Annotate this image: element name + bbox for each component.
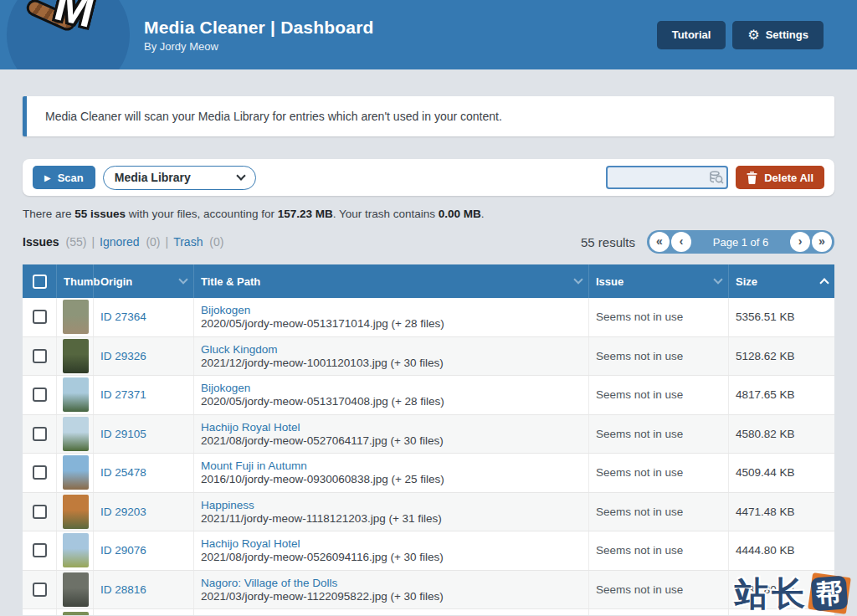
origin-cell: ID 25478 xyxy=(94,454,194,492)
delete-all-label: Delete All xyxy=(764,172,813,184)
header-cell-origin[interactable]: Origin xyxy=(94,264,194,298)
row-checkbox[interactable] xyxy=(33,543,47,557)
table-row: ID 29105 Hachijo Royal Hotel 2021/08/jor… xyxy=(23,415,834,454)
origin-link[interactable]: ID 29326 xyxy=(100,350,146,362)
file-path: 2021/08/jordy-meow-0527064117.jpg (+ 30 … xyxy=(201,434,444,447)
issue-cell: Seems not in use xyxy=(589,531,729,570)
origin-cell: ID 27364 xyxy=(94,298,194,336)
thumbnail-image[interactable] xyxy=(63,455,89,490)
title-link[interactable]: Mount Fuji in Autumn xyxy=(201,459,307,472)
play-icon: ▶ xyxy=(44,173,51,182)
thumbnail-image[interactable] xyxy=(63,300,89,334)
delete-all-button[interactable]: Delete All xyxy=(736,166,824,189)
issue-label: Seems not in use xyxy=(596,544,683,557)
settings-button[interactable]: ⚙ Settings xyxy=(732,21,824,49)
size-cell: 5128.62 KB xyxy=(729,337,834,376)
sort-chevron-icon xyxy=(819,278,829,287)
row-select-cell xyxy=(23,298,57,336)
scan-button[interactable]: ▶ Scan xyxy=(33,166,95,189)
origin-link[interactable]: ID 29076 xyxy=(100,544,146,557)
origin-link[interactable]: ID 29203 xyxy=(100,506,146,518)
source-select[interactable]: Media Library xyxy=(103,166,256,190)
row-checkbox[interactable] xyxy=(33,349,47,363)
table-row: ID 28816 Nagoro: Village of the Dolls 20… xyxy=(23,571,834,610)
stats-summary: There are 55 issues with your files, acc… xyxy=(23,208,834,220)
title-link[interactable]: Gluck Kingdom xyxy=(201,343,278,356)
title-path-cell: Hachijo Royal Hotel 2021/08/jordy-meow-0… xyxy=(194,415,589,454)
issue-label: Seems not in use xyxy=(596,428,683,440)
thumb-cell xyxy=(57,415,94,454)
header-cell-thumb[interactable]: Thumb xyxy=(57,264,94,298)
thumbnail-image[interactable] xyxy=(63,533,89,567)
sort-chevron-icon xyxy=(178,275,187,284)
thumbnail-image[interactable] xyxy=(63,612,89,615)
thumb-cell xyxy=(57,531,94,570)
origin-link[interactable]: ID 27371 xyxy=(100,388,146,401)
origin-link[interactable]: ID 29105 xyxy=(100,428,146,440)
issue-cell: Seems not in use xyxy=(589,298,729,336)
file-path: 2021/03/jordy-meow-1122095822.jpg (+ 30 … xyxy=(201,590,444,603)
header-cell-title-path[interactable]: Title & Path xyxy=(194,264,589,298)
app-header: M Media Cleaner | Dashboard By Jordy Meo… xyxy=(0,0,857,69)
title-link[interactable]: Bijokogen xyxy=(201,304,250,316)
row-checkbox[interactable] xyxy=(33,465,47,480)
thumb-cell xyxy=(57,337,94,376)
prev-page-button[interactable]: ‹ xyxy=(671,232,691,252)
thumbnail-image[interactable] xyxy=(63,417,89,451)
issue-cell xyxy=(589,609,729,615)
size-value: 4444.80 KB xyxy=(736,544,795,557)
size-value: 4471.48 KB xyxy=(736,506,795,518)
tab-trash[interactable]: Trash (0) xyxy=(173,235,223,249)
row-checkbox[interactable] xyxy=(33,310,47,324)
select-all-checkbox[interactable] xyxy=(33,275,47,289)
origin-cell: ID 29203 xyxy=(94,493,194,531)
row-checkbox[interactable] xyxy=(33,427,47,441)
row-checkbox[interactable] xyxy=(33,583,47,597)
stats-segment: 0.00 MB xyxy=(439,208,481,220)
issue-cell: Seems not in use xyxy=(589,571,729,609)
header-cell-issue[interactable]: Issue xyxy=(589,264,729,298)
last-page-button[interactable]: » xyxy=(812,232,832,252)
title-link[interactable]: Hachijo Royal Hotel xyxy=(201,537,300,550)
thumbnail-image[interactable] xyxy=(63,339,89,373)
origin-link[interactable]: ID 28816 xyxy=(100,583,146,596)
row-select-cell xyxy=(23,337,57,376)
tab-label: Ignored xyxy=(100,235,139,249)
file-path: 2020/05/jordy-meow-0513170408.jpg (+ 28 … xyxy=(201,395,444,408)
size-cell: 4580.82 KB xyxy=(729,415,834,454)
tab-separator: | xyxy=(91,235,95,249)
row-checkbox[interactable] xyxy=(33,388,47,402)
origin-cell: ID 29326 xyxy=(94,337,194,376)
origin-link[interactable]: ID 27364 xyxy=(100,311,146,323)
thumbnail-image[interactable] xyxy=(63,495,89,529)
thumbnail-image[interactable] xyxy=(63,377,89,412)
origin-link[interactable]: ID 25478 xyxy=(100,466,146,479)
tab-label: Trash xyxy=(173,235,203,249)
title-link[interactable]: Hachijo Royal Hotel xyxy=(201,421,300,434)
tab-issues[interactable]: Issues (55) xyxy=(23,235,86,249)
size-value: 4580.82 KB xyxy=(736,428,795,440)
row-checkbox[interactable] xyxy=(33,505,47,519)
column-label: Origin xyxy=(100,275,180,288)
first-page-button[interactable]: « xyxy=(649,232,670,252)
header-cell-size[interactable]: Size xyxy=(729,264,834,298)
tutorial-button[interactable]: Tutorial xyxy=(657,21,726,49)
size-value: 5356.51 KB xyxy=(736,311,795,323)
size-value: 4432.80 KB xyxy=(736,583,795,596)
title-link[interactable]: Bijokogen xyxy=(201,382,250,394)
plugin-logo: M xyxy=(7,0,130,69)
issue-cell: Seems not in use xyxy=(589,337,729,376)
tab-ignored[interactable]: Ignored (0) xyxy=(100,235,160,249)
origin-cell: ID 29076 xyxy=(94,531,194,570)
title-path-cell: Nagoro: Village of the Dolls 2021/03/jor… xyxy=(194,571,589,609)
tab-count: (0) xyxy=(143,235,161,249)
stats-segment: . Your trash contains xyxy=(333,208,439,220)
tabs: Issues (55) | Ignored (0) | Trash (0) xyxy=(23,235,223,249)
size-cell: 4444.80 KB xyxy=(729,531,834,570)
thumbnail-image[interactable] xyxy=(63,572,89,607)
title-link[interactable]: Nagoro: Village of the Dolls xyxy=(201,577,337,589)
file-path: 2021/11/jordy-meow-1118121203.jpg (+ 31 … xyxy=(201,512,442,525)
tab-separator: | xyxy=(166,235,169,249)
next-page-button[interactable]: › xyxy=(790,232,810,252)
title-link[interactable]: Happiness xyxy=(201,499,254,511)
